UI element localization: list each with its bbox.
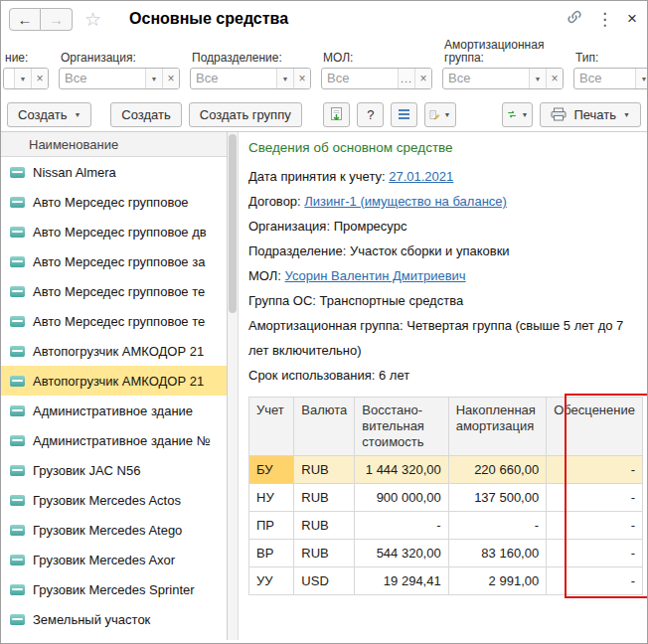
table-cell[interactable]: RUB <box>294 540 355 567</box>
table-cell[interactable]: - <box>547 512 643 540</box>
accept-date-link[interactable]: 27.01.2021 <box>389 169 453 184</box>
filter-amort-group-input[interactable]: Все <box>443 69 529 88</box>
list-item-label: Грузовик Mercedes Actos <box>33 493 181 508</box>
list-item-label: Грузовик Mercedes Axor <box>33 553 175 567</box>
filter-mol-combo: Все ... × <box>321 68 432 89</box>
list-item[interactable]: Грузовик Mercedes Atego <box>1 515 227 545</box>
link-icon[interactable] <box>567 9 582 29</box>
forward-button[interactable]: → <box>41 8 73 31</box>
list-item[interactable]: Авто Мерседес групповое за <box>1 246 227 276</box>
create-group-button[interactable]: Создать группу <box>189 102 302 127</box>
table-cell[interactable]: ВР <box>249 540 294 567</box>
table-cell[interactable]: ПР <box>249 512 294 540</box>
table-cell[interactable]: RUB <box>294 484 355 512</box>
print-menu-button[interactable]: Печать ▼ <box>540 102 641 127</box>
list-item[interactable]: Грузовик Mercedes Actos <box>1 485 227 515</box>
chevron-down-icon[interactable]: ▼ <box>635 69 648 88</box>
table-cell[interactable]: - <box>547 456 643 484</box>
export-list-button[interactable] <box>323 102 350 127</box>
list-scrollbar[interactable] <box>228 132 239 640</box>
table-cell[interactable]: USD <box>294 567 355 595</box>
list-item[interactable]: Авто Мерседес групповое те <box>1 276 227 306</box>
edit-document-menu-button[interactable]: ▼ <box>424 102 455 127</box>
chevron-down-icon[interactable]: ▼ <box>276 69 293 88</box>
info-line: МОЛ: Усорин Валентин Дмитриевич <box>248 263 643 288</box>
list-item[interactable]: Авто Мерседес групповое те <box>1 306 227 336</box>
list-item[interactable]: Nissan Almera <box>1 157 227 187</box>
table-cell[interactable]: - <box>547 567 643 595</box>
info-label: Организация: <box>248 219 334 234</box>
close-icon[interactable]: × <box>627 9 637 29</box>
list-item-label: Грузовик Mercedes Atego <box>33 523 182 538</box>
table-cell[interactable]: 137 500,00 <box>448 484 547 512</box>
list-item[interactable]: Авто Мерседес групповое дв <box>1 217 227 246</box>
list-item[interactable]: Административное здание <box>1 396 227 425</box>
filter-name-input[interactable] <box>4 69 14 88</box>
table-cell[interactable]: 2 991,00 <box>448 567 547 595</box>
list-item-label: Авто Мерседес групповое дв <box>33 225 207 240</box>
chevron-down-icon[interactable]: ▼ <box>14 69 31 88</box>
filter-mol-input[interactable]: Все <box>322 69 398 88</box>
table-cell[interactable]: - <box>547 484 643 512</box>
favorite-star-icon[interactable]: ☆ <box>84 8 101 31</box>
chevron-down-icon[interactable]: ▼ <box>529 69 546 88</box>
list-item[interactable]: Административное здание № <box>1 425 227 455</box>
edo-exchange-menu-button[interactable]: ▼ <box>502 102 533 127</box>
list-item-label: Авто Мерседес групповое те <box>33 314 205 329</box>
create-menu-button[interactable]: Создать ▼ <box>7 102 91 127</box>
filter-organization-input[interactable]: Все <box>60 69 145 88</box>
info-label: Подразделение: <box>248 243 350 258</box>
report-button[interactable] <box>391 102 417 127</box>
clear-icon[interactable]: × <box>31 69 48 88</box>
clear-icon[interactable]: × <box>414 69 431 88</box>
table-cell[interactable]: - <box>355 512 448 540</box>
clear-icon[interactable]: × <box>546 69 563 88</box>
table-cell[interactable]: 900 000,00 <box>355 484 448 512</box>
col-header-cost: Восстано-вительная стоимость <box>355 398 448 456</box>
more-menu-icon[interactable]: ⋮ <box>596 9 613 30</box>
table-cell[interactable]: 220 660,00 <box>448 456 547 484</box>
list-item[interactable]: Авто Мерседес групповое <box>1 187 227 217</box>
table-cell[interactable]: - <box>547 540 643 567</box>
details-panel: Сведения об основном средстве Дата приня… <box>239 132 647 640</box>
list-item[interactable]: Грузовик JAC N56 <box>1 455 227 485</box>
filter-type-input[interactable]: Все <box>574 69 635 88</box>
clear-icon[interactable]: × <box>162 69 179 88</box>
list-item[interactable]: Грузовик Mercedes Sprinter <box>1 574 227 604</box>
fixed-asset-icon <box>10 555 25 565</box>
chevron-down-icon: ▼ <box>522 111 529 118</box>
col-header-amortization: Накопленная амортизация <box>448 398 547 456</box>
list-item-label: Грузовик JAC N56 <box>33 463 140 478</box>
table-cell[interactable]: 19 294,41 <box>355 567 448 595</box>
table-cell[interactable]: 83 160,00 <box>448 540 547 567</box>
filter-department-label: Подразделение: <box>190 52 311 68</box>
back-button[interactable]: ← <box>9 8 41 31</box>
mol-link[interactable]: Усорин Валентин Дмитриевич <box>285 268 466 283</box>
list-item[interactable]: Земельный участок <box>1 604 227 634</box>
list-column-header[interactable]: Наименование <box>1 132 227 157</box>
table-cell[interactable]: УУ <box>249 567 294 595</box>
list-item[interactable]: Грузовик Mercedes Axor <box>1 545 227 574</box>
table-cell[interactable]: RUB <box>294 456 355 484</box>
table-cell[interactable]: НУ <box>249 484 294 512</box>
table-cell[interactable]: БУ <box>249 456 294 484</box>
help-button[interactable]: ? <box>357 102 384 127</box>
list-item-label: Административное здание <box>33 403 193 418</box>
table-cell[interactable]: RUB <box>294 512 355 540</box>
table-cell[interactable]: - <box>448 512 547 540</box>
info-line: Группа ОС: Транспортные средства <box>248 288 643 313</box>
contract-link[interactable]: Лизинг-1 (имущество на балансе) <box>304 194 507 209</box>
chevron-down-icon[interactable]: ▼ <box>145 69 162 88</box>
table-cell[interactable]: 544 320,00 <box>355 540 448 567</box>
clear-icon[interactable]: × <box>293 69 310 88</box>
list-item-selected[interactable]: Автопогрузчик АМКОДОР 21 <box>1 366 227 396</box>
table-cell[interactable]: 1 444 320,00 <box>355 456 448 484</box>
create-button[interactable]: Создать <box>110 102 181 127</box>
list-item[interactable]: Автопогрузчик АМКОДОР 21 <box>1 336 227 366</box>
info-label: Договор: <box>248 194 304 209</box>
scrollbar-thumb[interactable] <box>229 134 237 313</box>
filter-department-input[interactable]: Все <box>191 69 276 88</box>
choose-icon[interactable]: ... <box>398 69 414 88</box>
list-item-label: Автопогрузчик АМКОДОР 21 <box>33 344 204 359</box>
fixed-asset-icon <box>10 435 25 446</box>
